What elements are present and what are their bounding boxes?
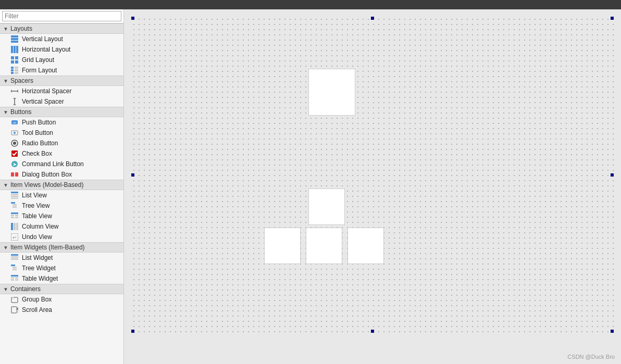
sidebar-item-dialog-button-box[interactable]: Dialog Button Box [0,169,123,180]
svg-rect-4 [14,46,16,53]
horizontal-spacer-icon [10,87,19,95]
svg-point-25 [14,132,16,134]
handle-mid-right[interactable] [611,173,614,177]
scroll-area-icon [10,306,19,314]
table-widget-label: Table Widget [22,275,58,282]
svg-rect-5 [16,46,18,53]
category-item-views-label: Item Views (Model-Based) [10,181,84,189]
push-button-label: Push Button [22,119,56,126]
group-box-icon: GB [10,295,19,304]
sidebar-item-tool-button[interactable]: Tool Button [0,128,123,138]
list-widget-icon [10,254,19,262]
sidebar-item-grid-layout[interactable]: Grid Layout [0,55,123,65]
handle-top-right[interactable] [611,17,614,20]
column-view-icon [10,222,19,231]
canvas-widget-4[interactable] [306,228,342,264]
svg-rect-15 [15,72,18,74]
tree-widget-label: Tree Widget [22,265,56,272]
sidebar: ▼ Layouts Vertical Layout Horizontal Lay… [0,9,124,364]
svg-rect-7 [15,56,18,59]
sidebar-item-horizontal-spacer[interactable]: Horizontal Spacer [0,86,123,96]
svg-rect-44 [15,217,18,218]
svg-rect-0 [11,35,18,37]
svg-rect-3 [11,46,13,53]
arrow-icon-containers: ▼ [3,286,8,292]
sidebar-item-scroll-area[interactable]: Scroll Area [0,305,123,315]
handle-top-mid[interactable] [371,17,374,20]
category-item-widgets-label: Item Widgets (Item-Based) [10,244,85,251]
form-layout-label: Form Layout [22,67,57,74]
sidebar-item-vertical-layout[interactable]: Vertical Layout [0,34,123,44]
tool-button-label: Tool Button [22,129,53,136]
sidebar-item-group-box[interactable]: GB Group Box [0,294,123,305]
sidebar-item-vertical-spacer[interactable]: Vertical Spacer [0,96,123,107]
category-item-widgets[interactable]: ▼ Item Widgets (Item-Based) [0,242,123,253]
handle-bottom-left[interactable] [131,330,134,333]
svg-rect-31 [11,172,14,177]
category-containers-label: Containers [10,285,41,293]
handle-bottom-right[interactable] [611,330,614,333]
canvas-area[interactable]: CSDN @Duck Bro [124,9,621,364]
filter-input[interactable] [2,11,121,21]
category-buttons[interactable]: ▼ Buttons [0,107,123,117]
svg-rect-38 [13,204,17,206]
sidebar-item-list-view[interactable]: List View [0,190,123,200]
svg-rect-12 [11,69,14,71]
svg-rect-58 [15,277,18,279]
sidebar-item-tree-widget[interactable]: Tree Widget [0,263,123,273]
category-buttons-label: Buttons [10,108,32,116]
canvas-widget-1[interactable] [308,69,355,116]
category-layouts[interactable]: ▼ Layouts [0,23,123,34]
handle-bottom-mid[interactable] [371,330,374,333]
svg-rect-6 [11,56,14,59]
horizontal-layout-icon [10,45,19,54]
sidebar-item-push-button[interactable]: OK Push Button [0,117,123,128]
sidebar-item-table-widget[interactable]: Table Widget [0,273,123,284]
arrow-icon-item-views: ▼ [3,182,8,188]
sidebar-item-undo-view[interactable]: ↩ Undo View [0,232,123,242]
grid-layout-icon [10,56,19,64]
category-spacers-label: Spacers [10,77,33,84]
sidebar-item-list-widget[interactable]: List Widget [0,253,123,263]
svg-rect-55 [13,269,17,270]
handle-mid-left[interactable] [131,173,134,177]
undo-view-label: Undo View [22,233,52,241]
canvas-widget-3[interactable] [264,228,301,264]
svg-rect-57 [11,277,14,279]
sidebar-item-command-link-button[interactable]: ➤ Command Link Button [0,159,123,169]
vertical-spacer-label: Vertical Spacer [22,98,64,105]
watermark: CSDN @Duck Bro [567,354,615,360]
canvas-widget-2[interactable] [308,189,345,225]
svg-point-27 [13,142,16,145]
sidebar-item-column-view[interactable]: Column View [0,221,123,232]
svg-rect-66 [17,308,18,310]
svg-marker-21 [13,103,16,105]
category-spacers[interactable]: ▼ Spacers [0,76,123,86]
svg-marker-20 [13,98,16,100]
tool-button-icon [10,129,19,137]
radio-button-icon [10,139,19,147]
svg-rect-40 [11,212,18,214]
canvas-widget-5[interactable] [347,228,384,264]
dialog-button-box-icon [10,170,19,179]
sidebar-item-table-view[interactable]: Table View [0,211,123,221]
tree-view-label: Tree View [22,202,49,209]
svg-rect-36 [11,198,18,199]
sidebar-content: ▼ Layouts Vertical Layout Horizontal Lay… [0,23,123,315]
handle-top-left[interactable] [131,17,134,20]
sidebar-item-radio-button[interactable]: Radio Button [0,138,123,148]
svg-rect-13 [15,69,18,71]
svg-rect-33 [11,192,18,193]
category-containers[interactable]: ▼ Containers [0,284,123,294]
sidebar-item-form-layout[interactable]: Form Layout [0,65,123,76]
svg-rect-46 [14,223,16,230]
command-link-button-icon: ➤ [10,160,19,168]
sidebar-item-check-box[interactable]: Check Box [0,148,123,159]
svg-rect-8 [11,60,14,64]
tree-view-icon [10,202,19,210]
sidebar-item-tree-view[interactable]: Tree View [0,200,123,211]
vertical-spacer-icon [10,97,19,106]
category-item-views[interactable]: ▼ Item Views (Model-Based) [0,180,123,190]
sidebar-item-horizontal-layout[interactable]: Horizontal Layout [0,44,123,55]
filter-box [0,9,123,23]
